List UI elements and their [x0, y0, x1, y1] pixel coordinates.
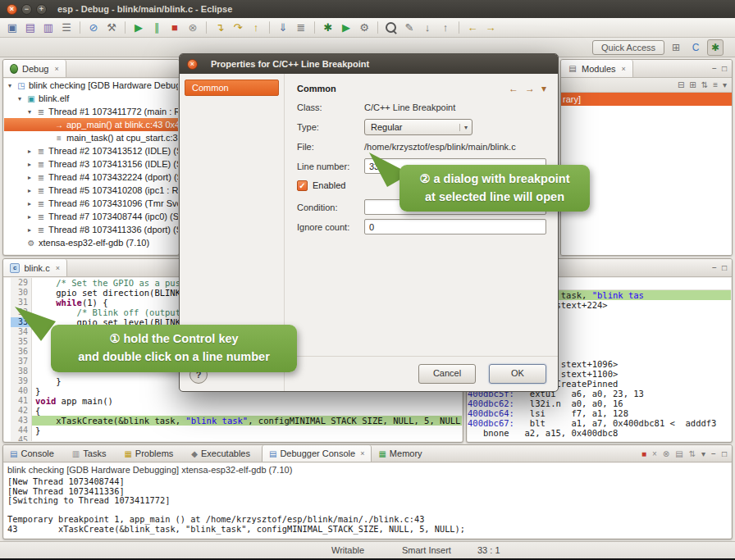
tab-modules[interactable]: ▤ Modules × [561, 60, 633, 77]
annotation-ruler[interactable] [4, 435, 11, 441]
minimize-icon[interactable]: − [711, 449, 716, 458]
back-icon[interactable]: ← [509, 83, 518, 94]
window-minimize-icon[interactable]: − [21, 4, 32, 15]
expand-all-icon[interactable]: ⊞ [689, 80, 696, 89]
view-menu-icon[interactable]: ▾ [723, 80, 727, 89]
save-all-icon[interactable]: ▥ [40, 20, 57, 36]
debug-tree-item[interactable]: ▸ ≣ Thread #5 1073410208 (ipc1 : Runni [4, 184, 178, 197]
annotation-ruler[interactable] [4, 386, 11, 396]
collapse-all-icon[interactable]: ⊟ [678, 80, 684, 89]
line-number[interactable]: 43 [11, 416, 32, 426]
line-number[interactable]: 41 [11, 396, 32, 406]
skip-breakpoints-icon[interactable]: ⊘ [85, 20, 102, 36]
external-tools-icon[interactable]: ⚙ [356, 20, 372, 36]
window-close-icon[interactable]: × [7, 4, 17, 15]
module-row-selected[interactable]: rary] [561, 93, 732, 106]
bottom-tab[interactable]: ▦ Problems [117, 445, 185, 462]
code-text[interactable]: { [32, 406, 462, 416]
separator[interactable] [125, 21, 126, 34]
expander-icon[interactable]: ▾ [16, 95, 24, 102]
annotation-ruler[interactable] [4, 416, 11, 426]
separator[interactable] [377, 21, 378, 34]
build-icon[interactable]: ⚒ [103, 20, 120, 36]
line-number[interactable]: 30 [11, 288, 32, 298]
line-number[interactable]: 42 [11, 406, 32, 416]
close-icon[interactable]: × [56, 264, 60, 272]
tab-debug[interactable]: Debug × [3, 60, 66, 77]
remove-launch-icon[interactable]: × [652, 449, 657, 458]
expander-icon[interactable]: ▸ [25, 187, 34, 194]
expander-icon[interactable]: ▸ [25, 213, 34, 221]
quick-access-button[interactable]: Quick Access [592, 40, 664, 55]
cancel-button[interactable]: Cancel [418, 364, 476, 384]
ok-button[interactable]: OK [489, 364, 546, 384]
back-history-icon[interactable]: ← [464, 20, 481, 36]
enabled-checkbox[interactable]: ✓ [297, 180, 308, 191]
print-icon[interactable]: ☰ [58, 20, 75, 36]
new-wizard-icon[interactable]: ▣ [4, 20, 21, 36]
debug-tree-item[interactable]: ▾ ▣ blink.elf [4, 92, 178, 105]
debug-tree-item[interactable]: ▸ ≣ Thread #4 1073432224 (dport) (Sus [4, 171, 178, 184]
bottom-tab[interactable]: ◆ Executables [185, 445, 262, 462]
debug-tree-item[interactable]: ▸ ≣ Thread #8 1073411336 (dport) (Sus [4, 223, 178, 236]
bottom-tab[interactable]: ▤ Debugger Console × [262, 445, 372, 462]
debug-tree-item[interactable]: ▸ ≣ Thread #6 1073431096 (Tmr Svc) (S [4, 197, 178, 210]
expander-icon[interactable]: ▸ [25, 148, 34, 155]
annotation-ruler[interactable] [4, 347, 11, 357]
code-text[interactable] [32, 435, 462, 441]
line-number[interactable]: 36 [11, 347, 32, 357]
view-menu-icon[interactable]: ▾ [701, 449, 705, 458]
expander-icon[interactable]: ▸ [25, 161, 34, 168]
disconnect-icon[interactable]: ⊗ [185, 20, 201, 36]
annotation-ruler[interactable] [4, 376, 11, 386]
debug-tree-item[interactable]: ▸ ≣ Thread #2 1073413512 (IDLE) (Susp [4, 144, 178, 157]
separator[interactable] [206, 21, 207, 34]
line-number[interactable]: 37 [11, 357, 32, 367]
sidebar-item-common[interactable]: Common [185, 80, 279, 96]
debug-perspective-icon[interactable]: ✱ [707, 39, 724, 56]
line-number[interactable]: 45 [11, 435, 32, 441]
debug-tree-item[interactable]: ≡ main_task() at cpu_start.c:339 0x4 [4, 131, 178, 144]
resume-icon[interactable]: ▶ [130, 20, 147, 36]
annotation-ruler[interactable] [4, 278, 11, 288]
expander-icon[interactable]: ▸ [25, 200, 34, 207]
annotation-ruler[interactable] [4, 367, 11, 376]
debug-tree-item[interactable]: ▾ ◳ blink checking [GDB Hardware Debug [4, 79, 178, 92]
debug-icon[interactable]: ✱ [320, 20, 336, 36]
annotation-ruler[interactable] [4, 406, 11, 416]
line-number[interactable]: 38 [11, 367, 32, 376]
maximize-view-icon[interactable]: □ [722, 263, 727, 272]
forward-history-icon[interactable]: → [482, 20, 499, 36]
cpp-perspective-icon[interactable]: C [687, 39, 704, 56]
step-return-icon[interactable]: ↑ [248, 20, 264, 36]
annotation-ruler[interactable] [4, 426, 11, 435]
expander-icon[interactable]: ▸ [25, 174, 34, 181]
terminate-icon[interactable]: ■ [641, 449, 646, 458]
minimize-view-icon[interactable]: − [712, 64, 717, 73]
step-into-icon[interactable]: ↴ [212, 20, 228, 36]
terminate-icon[interactable]: ■ [167, 20, 183, 36]
debug-tree-item[interactable]: → app_main() at blink.c:43 0x400db [4, 118, 178, 131]
code-text[interactable]: void app_main() [32, 396, 462, 406]
debug-tree-item[interactable]: ▾ ≣ Thread #1 1073411772 (main : Runn [4, 105, 178, 118]
debug-tree-item[interactable]: ⚙ xtensa-esp32-elf-gdb (7.10) [4, 236, 178, 249]
line-number[interactable]: 44 [11, 426, 32, 435]
code-text[interactable]: xTaskCreate(&blink_task, "blink_task", c… [32, 416, 462, 426]
console-output[interactable]: blink checking [GDB Hardware Debugging] … [4, 463, 731, 538]
ignore-count-input[interactable] [364, 219, 546, 234]
suspend-icon[interactable]: ∥ [148, 20, 165, 36]
run-icon[interactable]: ▶ [338, 20, 354, 36]
bottom-tab[interactable]: ▤ Console [3, 445, 66, 462]
close-icon[interactable]: × [360, 449, 364, 458]
drop-to-frame-icon[interactable]: ⇓ [275, 20, 291, 36]
view-menu-icon[interactable]: ▾ [541, 83, 546, 94]
step-over-icon[interactable]: ↷ [230, 20, 246, 36]
line-number[interactable]: 29 [11, 278, 32, 288]
clear-console-icon[interactable]: ▤ [675, 449, 682, 458]
minimize-view-icon[interactable]: − [712, 263, 717, 272]
line-number[interactable]: 39 [11, 376, 32, 386]
expander-icon[interactable]: ▸ [25, 226, 34, 234]
maximize-icon[interactable]: □ [722, 449, 727, 458]
instruction-stepping-icon[interactable]: ≣ [293, 20, 309, 36]
expander-icon[interactable]: ▾ [25, 108, 34, 116]
